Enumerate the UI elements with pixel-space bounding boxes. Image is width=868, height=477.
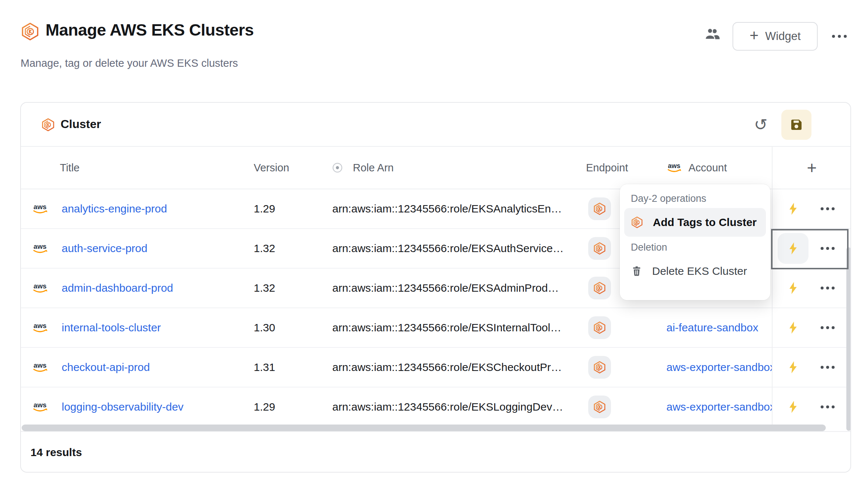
row-context-menu: Day-2 operations Add Tags to Cluster Del… — [620, 184, 770, 300]
horizontal-scrollbar[interactable] — [22, 425, 826, 431]
manage-eks-clusters-page: Manage AWS EKS Clusters Manage, tag or d… — [0, 0, 868, 477]
page-menu-button[interactable] — [829, 24, 850, 48]
aws-logo-icon: aws — [31, 242, 49, 255]
endpoint-tag[interactable] — [588, 316, 611, 339]
card-header: Cluster ↺ — [21, 103, 850, 147]
table-row: aws internal-tools-cluster 1.30 arn:aws:… — [21, 308, 850, 348]
cluster-role-arn: arn:aws:iam::12345566:role/EKSAdminProd… — [332, 282, 559, 294]
svg-text:aws: aws — [33, 243, 46, 250]
add-widget-button[interactable]: + Widget — [733, 22, 818, 51]
aws-logo-icon: aws — [666, 162, 683, 174]
cluster-role-arn: arn:aws:iam::12345566:role/EKSCheckoutPr… — [332, 361, 562, 374]
actions-column-divider — [772, 147, 773, 425]
undo-icon[interactable]: ↺ — [750, 114, 772, 136]
trash-icon — [631, 265, 643, 277]
save-button[interactable] — [781, 110, 811, 140]
floppy-disk-icon — [789, 117, 804, 132]
table-header-row: Title Version Role Arn Endpoint aws Acco… — [21, 147, 850, 189]
page-subtitle: Manage, tag or delete your AWS EKS clust… — [21, 57, 238, 69]
run-action-button[interactable] — [778, 392, 809, 422]
cluster-title-link[interactable]: auth-service-prod — [62, 242, 147, 255]
row-menu-button[interactable] — [820, 365, 835, 369]
plus-icon: + — [749, 28, 759, 43]
row-actions-cell — [772, 229, 850, 268]
aws-logo-icon: aws — [31, 203, 49, 215]
row-menu-button[interactable] — [820, 326, 835, 329]
row-menu-button[interactable] — [820, 286, 835, 290]
account-link[interactable]: aws-exporter-sandbox — [666, 361, 772, 374]
row-actions-cell — [772, 189, 850, 228]
column-header-role-arn[interactable]: Role Arn — [353, 162, 394, 174]
page-title: Manage AWS EKS Clusters — [46, 21, 254, 40]
column-header-version[interactable]: Version — [254, 162, 289, 174]
lightning-icon — [786, 400, 800, 414]
svg-text:aws: aws — [33, 282, 46, 290]
svg-text:aws: aws — [33, 401, 46, 409]
add-column-button[interactable]: + — [772, 147, 851, 189]
table-row: aws logging-observability-dev 1.29 arn:a… — [21, 387, 850, 425]
eks-icon — [21, 22, 40, 41]
cluster-version: 1.32 — [254, 242, 275, 255]
endpoint-tag[interactable] — [588, 277, 611, 299]
radio-property-icon — [332, 163, 343, 173]
lightning-icon — [786, 321, 800, 335]
account-link[interactable]: aws-exporter-sandbox — [666, 401, 772, 413]
row-actions-cell — [772, 348, 850, 387]
column-header-endpoint[interactable]: Endpoint — [586, 162, 628, 174]
cluster-title-link[interactable]: checkout-api-prod — [62, 361, 150, 374]
eks-icon — [631, 216, 643, 229]
aws-logo-icon: aws — [31, 321, 49, 334]
eks-icon — [41, 118, 55, 132]
run-action-button[interactable] — [778, 352, 809, 383]
run-action-button[interactable] — [778, 273, 809, 303]
svg-text:aws: aws — [33, 322, 46, 329]
run-action-button[interactable] — [778, 193, 809, 224]
eks-icon — [593, 202, 606, 215]
cluster-title-link[interactable]: admin-dashboard-prod — [62, 282, 173, 294]
run-action-button[interactable] — [778, 233, 809, 264]
eks-icon — [593, 361, 606, 374]
card-title: Cluster — [61, 117, 101, 131]
endpoint-tag[interactable] — [588, 197, 611, 220]
eks-icon — [593, 400, 606, 414]
row-menu-button[interactable] — [820, 207, 835, 211]
cluster-role-arn: arn:aws:iam::12345566:role/EKSAuthServic… — [332, 242, 564, 255]
row-menu-button[interactable] — [820, 405, 835, 409]
cluster-version: 1.31 — [254, 361, 275, 374]
svg-text:aws: aws — [33, 361, 46, 369]
cluster-role-arn: arn:aws:iam::12345566:role/EKSLoggingDev… — [332, 401, 563, 413]
column-header-title[interactable]: Title — [60, 162, 80, 174]
cluster-version: 1.29 — [254, 203, 275, 215]
endpoint-tag[interactable] — [588, 396, 611, 418]
cluster-title-link[interactable]: logging-observability-dev — [62, 401, 184, 413]
eks-icon — [593, 321, 606, 334]
vertical-scrollbar[interactable] — [846, 247, 851, 431]
cluster-version: 1.29 — [254, 401, 275, 413]
eks-icon — [593, 281, 606, 295]
results-count: 14 results — [30, 446, 82, 459]
aws-logo-icon: aws — [31, 282, 49, 294]
permissions-users-button[interactable] — [703, 24, 722, 43]
row-actions-cell — [772, 308, 850, 347]
svg-text:aws: aws — [668, 162, 680, 170]
menu-section-day2: Day-2 operations — [631, 193, 759, 204]
menu-item-add-tags[interactable]: Add Tags to Cluster — [624, 208, 766, 237]
svg-text:aws: aws — [33, 203, 46, 211]
endpoint-tag[interactable] — [588, 237, 611, 260]
table-row: aws checkout-api-prod 1.31 arn:aws:iam::… — [21, 348, 850, 387]
aws-logo-icon: aws — [31, 361, 49, 374]
account-link[interactable]: ai-feature-sandbox — [666, 321, 772, 334]
cluster-title-link[interactable]: internal-tools-cluster — [62, 321, 161, 334]
lightning-icon — [786, 281, 800, 295]
run-action-button[interactable] — [778, 312, 809, 343]
row-actions-cell — [772, 387, 850, 425]
cluster-role-arn: arn:aws:iam::12345566:role/EKSInternalTo… — [332, 321, 561, 334]
lightning-icon — [786, 202, 800, 216]
cluster-version: 1.30 — [254, 321, 275, 334]
column-header-account[interactable]: Account — [688, 162, 727, 174]
row-menu-button[interactable] — [820, 247, 835, 250]
cluster-version: 1.32 — [254, 282, 275, 294]
menu-item-delete-cluster[interactable]: Delete EKS Cluster — [624, 257, 766, 285]
cluster-title-link[interactable]: analytics-engine-prod — [62, 203, 167, 215]
endpoint-tag[interactable] — [588, 356, 611, 379]
